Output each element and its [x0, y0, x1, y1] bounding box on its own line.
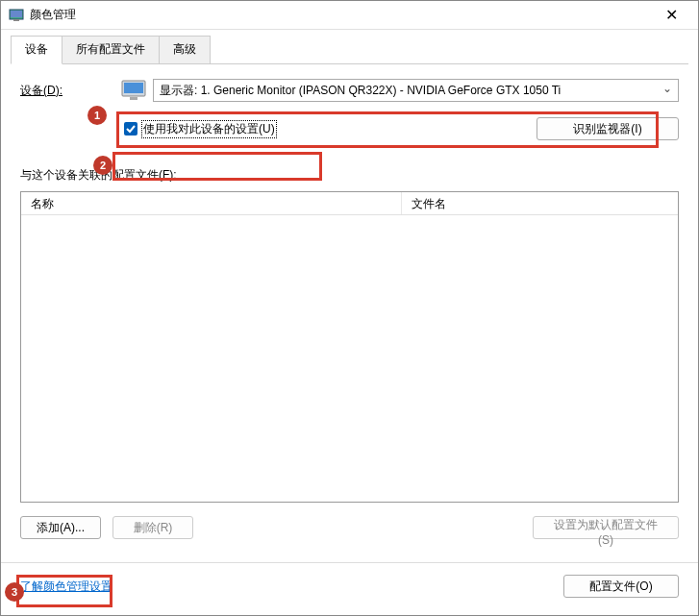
monitor-icon — [120, 79, 147, 102]
device-label: 设备(D): — [20, 83, 97, 99]
device-selected-text: 显示器: 1. Generic Monitor (IPASON QR322X) … — [160, 83, 561, 99]
svg-rect-2 — [13, 19, 19, 21]
svg-rect-5 — [130, 97, 137, 100]
titlebar: 颜色管理 ✕ — [1, 1, 698, 30]
footer-row: 了解颜色管理设置 配置文件(O) — [20, 575, 679, 605]
tab-device[interactable]: 设备 — [11, 36, 62, 64]
checkbox-label: 使用我对此设备的设置(U) — [141, 120, 277, 138]
callout-badge-2: 2 — [93, 156, 112, 175]
callout-badge-1: 1 — [87, 106, 107, 125]
color-management-window: 颜色管理 ✕ 设备 所有配置文件 高级 1 2 3 设备(D): 显示器: 1.… — [0, 0, 699, 616]
separator — [1, 562, 698, 563]
profiles-button[interactable]: 配置文件(O) — [563, 575, 679, 598]
add-button[interactable]: 添加(A)... — [20, 516, 101, 539]
use-my-settings-checkbox[interactable]: 使用我对此设备的设置(U) — [120, 118, 283, 140]
tab-content: 1 2 3 设备(D): 显示器: 1. Generic Monitor (IP… — [1, 65, 698, 615]
remove-button: 删除(R) — [112, 516, 193, 539]
col-file[interactable]: 文件名 — [402, 192, 679, 214]
identify-monitors-button[interactable]: 识别监视器(I) — [537, 117, 679, 140]
device-row: 设备(D): 显示器: 1. Generic Monitor (IPASON Q… — [20, 79, 679, 102]
col-name[interactable]: 名称 — [21, 192, 402, 214]
callout-badge-3: 3 — [5, 582, 24, 602]
set-default-profile-button: 设置为默认配置文件(S) — [533, 516, 679, 539]
svg-rect-4 — [124, 83, 143, 93]
app-icon — [9, 8, 24, 23]
profile-buttons-row: 添加(A)... 删除(R) 设置为默认配置文件(S) — [20, 516, 679, 539]
list-header: 名称 文件名 — [21, 192, 678, 215]
checkbox-row: 使用我对此设备的设置(U) 识别监视器(I) — [120, 117, 679, 140]
tab-advanced[interactable]: 高级 — [159, 36, 211, 64]
close-button[interactable]: ✕ — [652, 2, 690, 29]
tab-underline — [11, 63, 688, 64]
svg-rect-1 — [11, 11, 22, 17]
window-title: 颜色管理 — [30, 7, 652, 23]
learn-more-link[interactable]: 了解颜色管理设置 — [20, 579, 112, 595]
checkbox-checked-icon — [124, 122, 137, 136]
tab-all-profiles[interactable]: 所有配置文件 — [62, 36, 160, 64]
tab-bar: 设备 所有配置文件 高级 — [1, 30, 698, 64]
associated-profiles-label: 与这个设备关联的配置文件(F): — [20, 167, 679, 184]
profiles-list[interactable]: 名称 文件名 — [20, 191, 679, 503]
device-dropdown[interactable]: 显示器: 1. Generic Monitor (IPASON QR322X) … — [153, 79, 679, 102]
